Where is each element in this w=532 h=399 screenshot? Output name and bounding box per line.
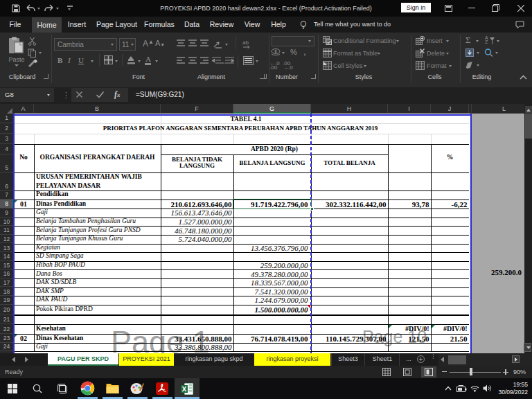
svg-text:ab: ab	[242, 40, 249, 46]
